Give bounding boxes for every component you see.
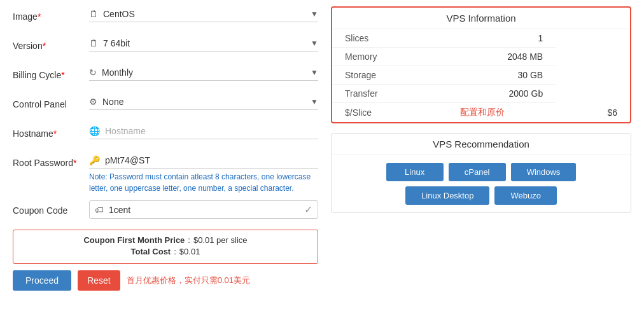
proceed-button[interactable]: Proceed: [13, 270, 71, 291]
vps-slices-label: Slices: [332, 29, 409, 48]
rec-linux-desktop-button[interactable]: Linux Desktop: [405, 186, 489, 205]
total-separator: :: [174, 247, 176, 256]
hostname-required: *: [53, 128, 57, 139]
version-select[interactable]: 🗒 7 64bit ▼: [89, 36, 318, 52]
first-month-separator: :: [188, 235, 190, 245]
control-panel-select[interactable]: ⚙ None ▼: [89, 94, 318, 110]
vps-rec-title: VPS Recommendation: [332, 134, 631, 155]
root-password-input[interactable]: [105, 155, 318, 165]
root-password-row: Root Password* 🔑 Note: Password must con…: [13, 153, 318, 194]
price-summary-box: Coupon First Month Price : $0.01 per sli…: [13, 230, 318, 264]
vps-slice-promo: 配置和原价: [409, 103, 556, 123]
image-control: 🗒 CentOS ▼: [89, 6, 318, 22]
coupon-input[interactable]: [109, 205, 304, 215]
image-select[interactable]: 🗒 CentOS ▼: [89, 6, 318, 22]
coupon-code-control: 🏷 ✓: [89, 200, 318, 219]
rec-windows-button[interactable]: Windows: [511, 163, 577, 181]
image-row: Image* 🗒 CentOS ▼: [13, 6, 318, 29]
vps-memory-label: Memory: [332, 48, 409, 66]
vps-info-table: Slices 1 Memory 2048 MB Storage 30 GB Tr…: [332, 29, 630, 122]
control-panel-value: None: [102, 97, 311, 107]
hostname-control: 🌐: [89, 123, 318, 139]
vps-slice-price-label: $/Slice: [332, 103, 409, 123]
promo-text: 首月优惠价格，实付只需0.01美元: [127, 275, 250, 286]
vps-row-slices: Slices 1: [332, 29, 630, 48]
vps-info-card: VPS Information Slices 1 Memory 2048 MB …: [331, 6, 631, 123]
root-password-label: Root Password*: [13, 153, 89, 168]
first-month-value: $0.01 per slice: [193, 235, 248, 245]
vps-storage-label: Storage: [332, 66, 409, 85]
hostname-icon: 🌐: [89, 126, 100, 136]
hostname-input-wrapper: 🌐: [89, 123, 318, 139]
coupon-input-wrapper: 🏷 ✓: [89, 200, 318, 219]
password-note: Note: Password must contain atleast 8 ch…: [89, 171, 318, 194]
total-cost-label: Total Cost: [131, 247, 171, 256]
vps-row-transfer: Transfer 2000 Gb: [332, 85, 630, 103]
rec-row-1: Linux cPanel Windows: [339, 163, 623, 181]
billing-arrow-icon: ▼: [311, 68, 318, 77]
password-required: *: [73, 158, 76, 168]
vps-memory-value: 2048 MB: [409, 48, 556, 66]
total-cost-row: Total Cost : $0.01: [23, 247, 308, 256]
password-input-wrapper: 🔑: [89, 153, 318, 169]
billing-cycle-control: ↻ Monthly ▼: [89, 65, 318, 81]
coupon-icon: 🏷: [95, 205, 104, 215]
first-month-price-row: Coupon First Month Price : $0.01 per sli…: [23, 235, 308, 245]
rec-cpanel-button[interactable]: cPanel: [449, 163, 506, 181]
image-required: *: [38, 11, 41, 22]
control-panel-arrow-icon: ▼: [311, 97, 318, 106]
version-control: 🗒 7 64bit ▼: [89, 36, 318, 52]
billing-icon: ↻: [89, 67, 97, 78]
image-arrow-icon: ▼: [311, 10, 318, 18]
rec-row-2: Linux Desktop Webuzo: [339, 186, 623, 205]
vps-row-memory: Memory 2048 MB: [332, 48, 630, 66]
vps-transfer-label: Transfer: [332, 85, 409, 103]
version-value: 7 64bit: [103, 38, 311, 48]
billing-required: *: [61, 70, 64, 80]
rec-buttons: Linux cPanel Windows Linux Desktop Webuz…: [332, 155, 631, 212]
rec-webuzo-button[interactable]: Webuzo: [494, 186, 556, 205]
vps-row-slice-price: $/Slice 配置和原价 $6: [332, 103, 630, 123]
version-row: Version* 🗒 7 64bit ▼: [13, 36, 318, 59]
hostname-input[interactable]: [105, 126, 318, 136]
rec-linux-button[interactable]: Linux: [386, 163, 444, 181]
version-arrow-icon: ▼: [311, 39, 318, 48]
vps-info-title: VPS Information: [332, 8, 630, 29]
billing-cycle-select[interactable]: ↻ Monthly ▼: [89, 65, 318, 81]
reset-button[interactable]: Reset: [78, 270, 120, 291]
billing-cycle-value: Monthly: [102, 67, 311, 78]
control-panel-icon: ⚙: [89, 97, 97, 107]
billing-cycle-row: Billing Cycle* ↻ Monthly ▼: [13, 65, 318, 88]
first-month-label: Coupon First Month Price: [83, 235, 185, 245]
right-panel: VPS Information Slices 1 Memory 2048 MB …: [318, 6, 631, 291]
coupon-code-row: Coupon Code 🏷 ✓: [13, 200, 318, 223]
version-required: *: [43, 41, 46, 51]
billing-cycle-label: Billing Cycle*: [13, 65, 89, 80]
image-value: CentOS: [103, 9, 311, 19]
control-panel-label: Control Panel: [13, 94, 89, 109]
control-panel-control: ⚙ None ▼: [89, 94, 318, 110]
vps-recommendation-card: VPS Recommendation Linux cPanel Windows …: [331, 133, 631, 213]
control-panel-row: Control Panel ⚙ None ▼: [13, 94, 318, 117]
root-password-control: 🔑 Note: Password must contain atleast 8 …: [89, 153, 318, 194]
hostname-row: Hostname* 🌐: [13, 123, 318, 146]
password-icon: 🔑: [89, 155, 100, 165]
vps-storage-value: 30 GB: [409, 66, 556, 85]
image-icon: 🗒: [89, 9, 98, 19]
total-cost-value: $0.01: [179, 247, 200, 256]
version-label: Version*: [13, 36, 89, 51]
vps-transfer-value: 2000 Gb: [409, 85, 556, 103]
coupon-code-label: Coupon Code: [13, 200, 89, 216]
vps-row-storage: Storage 30 GB: [332, 66, 630, 85]
coupon-check-icon: ✓: [304, 204, 312, 216]
vps-slices-value: 1: [409, 29, 556, 48]
version-icon: 🗒: [89, 38, 98, 48]
left-panel: Image* 🗒 CentOS ▼ Version* 🗒 7 64bit ▼: [13, 6, 318, 291]
image-label: Image*: [13, 6, 89, 22]
vps-slice-price-value: $6: [556, 103, 630, 123]
hostname-label: Hostname*: [13, 123, 89, 139]
action-row: Proceed Reset 首月优惠价格，实付只需0.01美元: [13, 270, 318, 291]
